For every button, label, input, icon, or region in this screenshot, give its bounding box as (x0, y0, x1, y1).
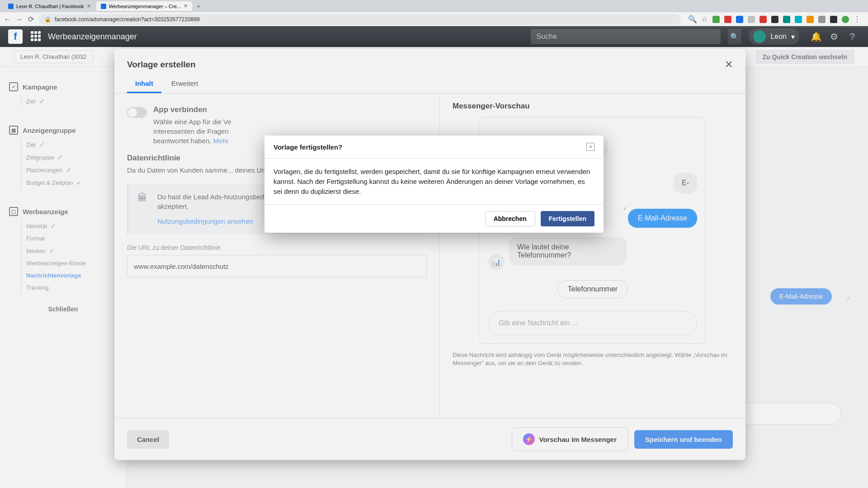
confirm-title: Vorlage fertigstellen? (274, 143, 342, 151)
confirm-dialog: Vorlage fertigstellen? ✕ Vorlagen, die d… (264, 136, 604, 233)
confirm-finish-button[interactable]: Fertigstellen (541, 211, 594, 226)
confirm-header: Vorlage fertigstellen? ✕ (264, 136, 604, 159)
confirm-footer: Abbrechen Fertigstellen (264, 205, 604, 233)
confirm-cancel-button[interactable]: Abbrechen (485, 211, 535, 226)
confirm-backdrop (0, 0, 868, 488)
confirm-body: Vorlagen, die du fertigstellst, werden g… (264, 159, 604, 205)
confirm-close-icon[interactable]: ✕ (586, 143, 594, 151)
